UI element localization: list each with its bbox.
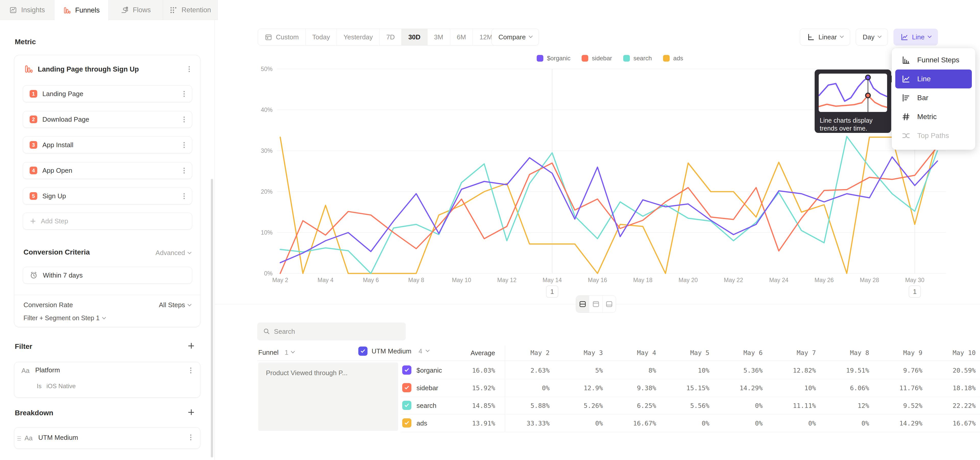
value-cell: 14.29% xyxy=(869,420,923,427)
search-input[interactable] xyxy=(274,327,400,335)
filter-value[interactable]: iOS Native xyxy=(46,383,76,390)
legend-item-sidebar[interactable]: sidebar xyxy=(582,55,612,62)
interval-dropdown[interactable]: Day xyxy=(856,29,888,45)
clock-icon xyxy=(30,271,38,280)
date-column-header[interactable]: May 10 xyxy=(922,349,976,356)
step-kebab-menu-icon[interactable] xyxy=(183,144,185,146)
row-checkbox[interactable] xyxy=(402,418,411,428)
date-column-header[interactable]: May 2 xyxy=(496,349,550,356)
drag-handle-icon[interactable] xyxy=(18,436,21,441)
date-column-header[interactable]: May 3 xyxy=(550,349,603,356)
funnel-step-download-page[interactable]: 2Download Page xyxy=(23,111,192,128)
date-column-header[interactable]: May 6 xyxy=(710,349,763,356)
row-checkbox[interactable] xyxy=(402,366,411,375)
filter-card[interactable]: Aa Platform Is iOS Native xyxy=(14,362,200,398)
tab-retention[interactable]: Retention xyxy=(163,0,218,20)
compare-button[interactable]: Compare xyxy=(492,29,539,45)
range-6m[interactable]: 6M xyxy=(450,29,473,45)
date-column-header[interactable]: May 4 xyxy=(603,349,656,356)
advanced-dropdown[interactable]: Advanced xyxy=(156,249,191,257)
filter-operator[interactable]: Is xyxy=(37,383,41,390)
tab-insights[interactable]: Insights xyxy=(0,0,54,20)
step-kebab-menu-icon[interactable] xyxy=(183,195,185,197)
funnel-name-cell[interactable]: Product Viewed through P... xyxy=(258,363,398,431)
retention-icon xyxy=(169,6,177,14)
menu-item-bar[interactable]: Bar xyxy=(895,88,972,107)
range-30d[interactable]: 30D xyxy=(402,29,428,45)
range-yesterday[interactable]: Yesterday xyxy=(337,29,380,45)
split-view-button[interactable] xyxy=(576,295,589,313)
legend-item--organic[interactable]: $organic xyxy=(537,55,570,62)
legend-item-search[interactable]: search xyxy=(623,55,652,62)
breakdown-column-header[interactable]: UTM Medium 4 xyxy=(358,347,429,356)
date-column-header[interactable]: May 7 xyxy=(762,349,816,356)
step-kebab-menu-icon[interactable] xyxy=(183,93,185,94)
value-cell: 0% xyxy=(550,420,603,427)
range-3m[interactable]: 3M xyxy=(428,29,450,45)
menu-item-line[interactable]: Line xyxy=(895,70,972,88)
conversion-rate-scope-dropdown[interactable]: All Steps xyxy=(159,301,191,309)
chart-type-dropdown[interactable]: Line xyxy=(894,29,938,45)
menu-item-funnel-steps[interactable]: Funnel Steps xyxy=(895,51,972,70)
range-today[interactable]: Today xyxy=(306,29,337,45)
chart-type-menu: Funnel StepsLineBarMetricTop Paths xyxy=(892,48,975,150)
funnel-step-app-open[interactable]: 4App Open xyxy=(23,162,192,179)
row-average: 14.85% xyxy=(444,402,495,409)
svg-text:10%: 10% xyxy=(261,229,272,236)
funnel-kebab-menu-icon[interactable] xyxy=(189,69,190,70)
average-column-header[interactable]: Average xyxy=(444,349,495,357)
all-steps-label: All Steps xyxy=(159,301,185,309)
breakdown-card[interactable]: Aa UTM Medium xyxy=(14,427,200,449)
conversion-window-row[interactable]: Within 7 days xyxy=(23,267,192,284)
table-top-view-button[interactable] xyxy=(589,295,603,313)
row-checkbox[interactable] xyxy=(402,383,411,392)
table-bottom-view-button[interactable] xyxy=(603,295,616,313)
breakdown-select-all-checkbox[interactable] xyxy=(358,347,368,356)
date-column-header[interactable]: May 5 xyxy=(656,349,710,356)
filter-kebab-menu-icon[interactable] xyxy=(190,370,191,371)
svg-text:May 16: May 16 xyxy=(588,277,607,283)
date-column-headers: May 2May 3May 4May 5May 6May 7May 8May 9… xyxy=(496,349,976,356)
legend-item-ads[interactable]: ads xyxy=(663,55,683,62)
tab-flows[interactable]: Flows xyxy=(109,0,163,20)
funnel-metric-card: Landing Page through Sign Up 1Landing Pa… xyxy=(14,55,200,327)
row-checkbox[interactable] xyxy=(402,401,411,410)
value-cell: 20.59% xyxy=(922,367,976,374)
funnels-icon xyxy=(63,6,71,14)
row-average: 13.91% xyxy=(444,420,495,427)
breakdown-kebab-menu-icon[interactable] xyxy=(190,437,191,438)
table-top-view-icon xyxy=(592,300,600,308)
step-kebab-menu-icon[interactable] xyxy=(183,170,185,171)
filter-heading: Filter xyxy=(15,342,32,351)
tab-funnels[interactable]: Funnels xyxy=(54,0,109,21)
range-7d[interactable]: 7D xyxy=(380,29,402,45)
range-custom[interactable]: Custom xyxy=(258,29,306,45)
metric-icon xyxy=(901,112,911,121)
funnel-step-sign-up[interactable]: 5Sign Up xyxy=(23,188,192,204)
sidebar-scrollbar[interactable] xyxy=(211,179,213,457)
funnel-step-landing-page[interactable]: 1Landing Page xyxy=(23,85,192,102)
svg-text:50%: 50% xyxy=(261,65,272,72)
menu-item-metric[interactable]: Metric xyxy=(895,107,972,126)
date-column-header[interactable]: May 9 xyxy=(869,349,923,356)
advanced-label: Advanced xyxy=(156,249,185,257)
chart-type-label: Line xyxy=(912,33,924,41)
funnel-column-header[interactable]: Funnel 1 xyxy=(258,348,294,356)
tooltip-mini-chart xyxy=(819,73,887,112)
value-cell: 0% xyxy=(710,402,763,409)
scale-dropdown[interactable]: Linear xyxy=(800,29,850,45)
funnel-step-app-install[interactable]: 3App Install xyxy=(23,136,192,153)
legend-label: sidebar xyxy=(592,55,612,62)
step-number-badge: 4 xyxy=(30,167,37,174)
add-step-button[interactable]: Add Step xyxy=(23,212,192,230)
step-number-badge: 2 xyxy=(30,115,37,123)
step-kebab-menu-icon[interactable] xyxy=(183,119,185,120)
svg-text:May 26: May 26 xyxy=(815,277,834,283)
filter-segment-step-dropdown[interactable]: Filter + Segment on Step 1 xyxy=(24,314,105,322)
value-cell: 11.76% xyxy=(869,384,923,392)
value-cell: 10% xyxy=(656,367,710,374)
svg-text:May 12: May 12 xyxy=(497,277,516,283)
tooltip-text: Line charts display trends over time. xyxy=(819,117,887,133)
date-column-header[interactable]: May 8 xyxy=(816,349,869,356)
funnel-title[interactable]: Landing Page through Sign Up xyxy=(38,65,139,73)
